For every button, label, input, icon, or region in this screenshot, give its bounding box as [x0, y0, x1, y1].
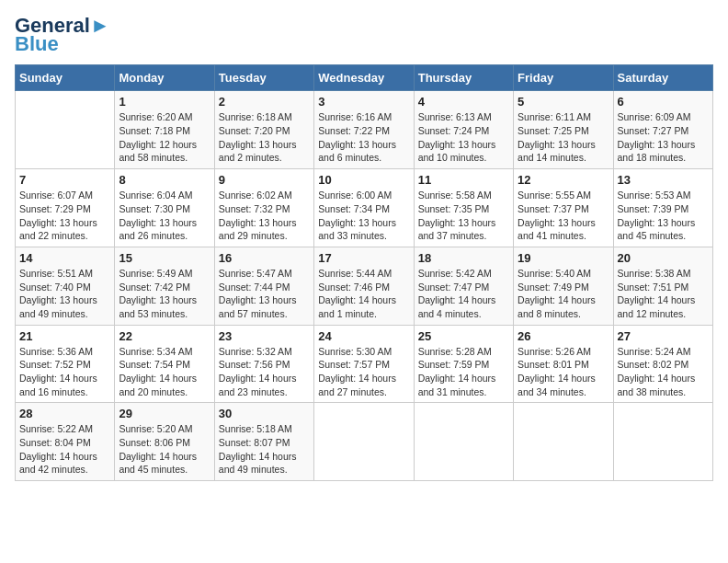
calendar-cell: 16Sunrise: 5:47 AM Sunset: 7:44 PM Dayli…	[214, 247, 313, 325]
day-info: Sunrise: 5:18 AM Sunset: 8:07 PM Dayligh…	[219, 422, 310, 477]
day-info: Sunrise: 6:11 AM Sunset: 7:25 PM Dayligh…	[518, 110, 609, 165]
day-number: 25	[418, 329, 509, 343]
calendar-week-4: 21Sunrise: 5:36 AM Sunset: 7:52 PM Dayli…	[16, 325, 713, 403]
calendar-table: SundayMondayTuesdayWednesdayThursdayFrid…	[15, 64, 713, 481]
day-number: 13	[618, 173, 709, 187]
weekday-header-wednesday: Wednesday	[314, 65, 414, 91]
day-number: 12	[518, 173, 609, 187]
day-number: 27	[618, 329, 709, 343]
day-number: 29	[119, 407, 210, 420]
day-number: 23	[219, 329, 310, 343]
logo-text: General► Blue	[15, 15, 110, 55]
day-number: 15	[119, 251, 210, 265]
calendar-week-1: 1Sunrise: 6:20 AM Sunset: 7:18 PM Daylig…	[16, 91, 713, 169]
calendar-week-5: 28Sunrise: 5:22 AM Sunset: 8:04 PM Dayli…	[16, 403, 713, 481]
day-number: 16	[219, 251, 310, 265]
day-number: 1	[119, 95, 210, 109]
weekday-header-sunday: Sunday	[16, 65, 115, 91]
day-info: Sunrise: 5:36 AM Sunset: 7:52 PM Dayligh…	[19, 345, 110, 399]
calendar-cell: 23Sunrise: 5:32 AM Sunset: 7:56 PM Dayli…	[214, 325, 313, 403]
day-number: 8	[119, 173, 210, 187]
day-number: 20	[618, 251, 709, 265]
day-number: 7	[19, 173, 110, 187]
calendar-cell: 4Sunrise: 6:13 AM Sunset: 7:24 PM Daylig…	[414, 91, 513, 169]
day-number: 11	[418, 173, 509, 187]
day-info: Sunrise: 5:47 AM Sunset: 7:44 PM Dayligh…	[219, 267, 310, 321]
weekday-header-monday: Monday	[115, 65, 214, 91]
day-info: Sunrise: 6:02 AM Sunset: 7:32 PM Dayligh…	[219, 189, 310, 243]
calendar-cell: 28Sunrise: 5:22 AM Sunset: 8:04 PM Dayli…	[16, 403, 115, 481]
day-number: 17	[318, 251, 409, 265]
day-info: Sunrise: 6:16 AM Sunset: 7:22 PM Dayligh…	[318, 110, 409, 165]
day-info: Sunrise: 5:40 AM Sunset: 7:49 PM Dayligh…	[518, 267, 609, 321]
calendar-cell: 13Sunrise: 5:53 AM Sunset: 7:39 PM Dayli…	[613, 169, 712, 247]
calendar-cell	[16, 91, 115, 169]
day-info: Sunrise: 6:09 AM Sunset: 7:27 PM Dayligh…	[618, 110, 709, 165]
weekday-header-row: SundayMondayTuesdayWednesdayThursdayFrid…	[16, 65, 713, 91]
day-info: Sunrise: 6:13 AM Sunset: 7:24 PM Dayligh…	[418, 110, 509, 165]
calendar-cell: 19Sunrise: 5:40 AM Sunset: 7:49 PM Dayli…	[514, 247, 613, 325]
calendar-cell: 26Sunrise: 5:26 AM Sunset: 8:01 PM Dayli…	[514, 325, 613, 403]
day-info: Sunrise: 5:32 AM Sunset: 7:56 PM Dayligh…	[219, 345, 310, 399]
day-info: Sunrise: 6:20 AM Sunset: 7:18 PM Dayligh…	[119, 110, 210, 165]
calendar-cell: 30Sunrise: 5:18 AM Sunset: 8:07 PM Dayli…	[214, 403, 313, 481]
weekday-header-tuesday: Tuesday	[214, 65, 313, 91]
calendar-cell: 17Sunrise: 5:44 AM Sunset: 7:46 PM Dayli…	[314, 247, 414, 325]
day-info: Sunrise: 5:22 AM Sunset: 8:04 PM Dayligh…	[19, 422, 110, 477]
weekday-header-saturday: Saturday	[613, 65, 712, 91]
day-info: Sunrise: 5:30 AM Sunset: 7:57 PM Dayligh…	[318, 345, 409, 399]
day-info: Sunrise: 5:44 AM Sunset: 7:46 PM Dayligh…	[318, 267, 409, 321]
calendar-cell: 9Sunrise: 6:02 AM Sunset: 7:32 PM Daylig…	[214, 169, 313, 247]
day-number: 28	[19, 407, 110, 420]
day-number: 3	[318, 95, 409, 109]
logo: General► Blue	[15, 15, 110, 55]
day-number: 6	[618, 95, 709, 109]
calendar-cell	[514, 403, 613, 481]
calendar-cell: 21Sunrise: 5:36 AM Sunset: 7:52 PM Dayli…	[16, 325, 115, 403]
calendar-cell: 24Sunrise: 5:30 AM Sunset: 7:57 PM Dayli…	[314, 325, 414, 403]
calendar-cell: 18Sunrise: 5:42 AM Sunset: 7:47 PM Dayli…	[414, 247, 513, 325]
day-number: 14	[19, 251, 110, 265]
calendar-cell: 25Sunrise: 5:28 AM Sunset: 7:59 PM Dayli…	[414, 325, 513, 403]
day-number: 26	[518, 329, 609, 343]
day-info: Sunrise: 6:04 AM Sunset: 7:30 PM Dayligh…	[119, 189, 210, 243]
day-number: 4	[418, 95, 509, 109]
calendar-cell: 10Sunrise: 6:00 AM Sunset: 7:34 PM Dayli…	[314, 169, 414, 247]
day-info: Sunrise: 5:42 AM Sunset: 7:47 PM Dayligh…	[418, 267, 509, 321]
calendar-week-2: 7Sunrise: 6:07 AM Sunset: 7:29 PM Daylig…	[16, 169, 713, 247]
calendar-cell: 6Sunrise: 6:09 AM Sunset: 7:27 PM Daylig…	[613, 91, 712, 169]
day-info: Sunrise: 5:28 AM Sunset: 7:59 PM Dayligh…	[418, 345, 509, 399]
day-info: Sunrise: 6:18 AM Sunset: 7:20 PM Dayligh…	[219, 110, 310, 165]
calendar-cell: 27Sunrise: 5:24 AM Sunset: 8:02 PM Dayli…	[613, 325, 712, 403]
day-number: 10	[318, 173, 409, 187]
calendar-cell: 1Sunrise: 6:20 AM Sunset: 7:18 PM Daylig…	[115, 91, 214, 169]
day-number: 19	[518, 251, 609, 265]
day-number: 30	[219, 407, 310, 420]
calendar-cell: 2Sunrise: 6:18 AM Sunset: 7:20 PM Daylig…	[214, 91, 313, 169]
calendar-cell: 5Sunrise: 6:11 AM Sunset: 7:25 PM Daylig…	[514, 91, 613, 169]
calendar-cell: 14Sunrise: 5:51 AM Sunset: 7:40 PM Dayli…	[16, 247, 115, 325]
day-info: Sunrise: 6:07 AM Sunset: 7:29 PM Dayligh…	[19, 189, 110, 243]
calendar-cell: 3Sunrise: 6:16 AM Sunset: 7:22 PM Daylig…	[314, 91, 414, 169]
day-info: Sunrise: 5:34 AM Sunset: 7:54 PM Dayligh…	[119, 345, 210, 399]
calendar-cell: 29Sunrise: 5:20 AM Sunset: 8:06 PM Dayli…	[115, 403, 214, 481]
day-info: Sunrise: 5:49 AM Sunset: 7:42 PM Dayligh…	[119, 267, 210, 321]
day-number: 9	[219, 173, 310, 187]
day-info: Sunrise: 5:53 AM Sunset: 7:39 PM Dayligh…	[618, 189, 709, 243]
calendar-cell: 11Sunrise: 5:58 AM Sunset: 7:35 PM Dayli…	[414, 169, 513, 247]
calendar-cell: 12Sunrise: 5:55 AM Sunset: 7:37 PM Dayli…	[514, 169, 613, 247]
weekday-header-friday: Friday	[514, 65, 613, 91]
calendar-cell	[414, 403, 513, 481]
day-info: Sunrise: 5:24 AM Sunset: 8:02 PM Dayligh…	[618, 345, 709, 399]
day-info: Sunrise: 5:20 AM Sunset: 8:06 PM Dayligh…	[119, 422, 210, 477]
day-info: Sunrise: 5:38 AM Sunset: 7:51 PM Dayligh…	[618, 267, 709, 321]
day-info: Sunrise: 5:58 AM Sunset: 7:35 PM Dayligh…	[418, 189, 509, 243]
day-info: Sunrise: 5:55 AM Sunset: 7:37 PM Dayligh…	[518, 189, 609, 243]
day-info: Sunrise: 6:00 AM Sunset: 7:34 PM Dayligh…	[318, 189, 409, 243]
calendar-cell: 20Sunrise: 5:38 AM Sunset: 7:51 PM Dayli…	[613, 247, 712, 325]
weekday-header-thursday: Thursday	[414, 65, 513, 91]
day-number: 18	[418, 251, 509, 265]
calendar-week-3: 14Sunrise: 5:51 AM Sunset: 7:40 PM Dayli…	[16, 247, 713, 325]
day-number: 21	[19, 329, 110, 343]
day-number: 5	[518, 95, 609, 109]
